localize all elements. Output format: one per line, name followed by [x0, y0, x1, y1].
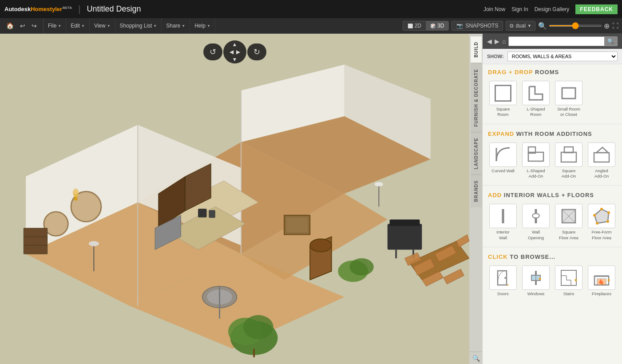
svg-rect-85: [561, 270, 576, 285]
snapshots-button[interactable]: 📷 SNAPSHOTS: [452, 21, 503, 31]
menubar-right: ⬜ 2D 🎲 3D 📷 SNAPSHOTS ⧉ dual ▼ 🔍 ⊕ ⛶: [403, 18, 622, 33]
svg-point-77: [504, 277, 506, 279]
autodesk-logo: AutodeskHomestylerBETA: [4, 6, 72, 12]
windows-tile[interactable]: Windows: [521, 265, 551, 297]
main-area: ↺ ▲ ◀ ▶ ▼ ↻: [0, 34, 622, 364]
help-menu[interactable]: Help ▼: [190, 18, 215, 33]
wall-opening-label: WallOpening: [528, 229, 544, 241]
undo-icon[interactable]: ↩: [17, 20, 28, 31]
show-label: SHOW:: [487, 54, 504, 59]
doors-label: Doors: [497, 291, 508, 297]
angled-addon-tile[interactable]: AngledAdd-On: [586, 142, 617, 179]
svg-point-46: [375, 182, 383, 186]
landscape-tab[interactable]: LANDSCAPE: [471, 132, 482, 174]
svg-rect-59: [561, 152, 576, 162]
l-shaped-addon-tile[interactable]: L-ShapedAdd-On: [521, 142, 551, 179]
svg-point-66: [532, 214, 539, 218]
nav-left-button[interactable]: ◀: [230, 49, 234, 55]
edit-menu[interactable]: Edit ▼: [66, 18, 90, 33]
svg-point-52: [310, 239, 331, 252]
share-menu[interactable]: Share ▼: [162, 18, 190, 33]
nav-right-button[interactable]: ▶: [236, 49, 240, 55]
design-title: Untitled Design: [87, 4, 141, 14]
panel-forward-button[interactable]: ▶: [495, 38, 499, 45]
brands-tab[interactable]: BRANDS: [471, 174, 482, 207]
drag-drop-header: DRAG + DROP ROOMS: [483, 64, 622, 78]
rotate-right-control: ↻: [247, 44, 266, 60]
l-shaped-addon-label: L-ShapedAdd-On: [527, 168, 545, 179]
zoom-in-button[interactable]: ⊕: [604, 22, 610, 30]
panel-back-button[interactable]: ◀: [487, 38, 492, 45]
l-shaped-room-label: L-ShapedRoom: [527, 107, 545, 118]
feedback-button[interactable]: FEEDBACK: [575, 4, 618, 14]
search-tab-icon[interactable]: 🔍: [470, 352, 482, 364]
interior-wall-tile[interactable]: InteriorWall: [488, 204, 518, 241]
svg-rect-55: [562, 88, 575, 99]
expand-header: EXPAND WITH ROOM ADDITIONS: [483, 126, 622, 140]
right-side-panel: BUILD FURNISH & DECORATE LANDSCAPE BRAND…: [469, 34, 622, 364]
svg-point-74: [596, 222, 598, 225]
zoom-out-button[interactable]: 🔍: [538, 22, 547, 30]
view-menu[interactable]: View ▼: [90, 18, 115, 33]
small-room-icon: [555, 81, 582, 105]
freeform-floor-tile[interactable]: Free-FormFloor Area: [586, 204, 617, 241]
menubar: 🏠 ↩ ↪ File ▼ Edit ▼ View ▼ Shopping List…: [0, 18, 622, 34]
divider-3: [483, 247, 622, 247]
nav-up-button[interactable]: ▲: [232, 41, 238, 48]
rotate-left-button[interactable]: ↺: [210, 47, 216, 57]
fireplaces-tile[interactable]: Fireplaces: [586, 265, 617, 297]
redo-icon[interactable]: ↪: [29, 20, 40, 31]
design-gallery-link[interactable]: Design Gallery: [535, 6, 570, 12]
curved-wall-tile[interactable]: Curved Wall: [488, 142, 518, 179]
square-room-icon: [489, 81, 517, 105]
furnish-tab[interactable]: FURNISH & DECORATE: [471, 63, 482, 132]
join-now-link[interactable]: Join Now: [483, 6, 505, 12]
small-room-label: Small Roomor Closet: [557, 107, 580, 118]
navigation-controls: ↺ ▲ ◀ ▶ ▼ ↻: [203, 40, 266, 63]
view-3d-button[interactable]: 🎲 3D: [426, 21, 448, 30]
svg-point-50: [349, 258, 373, 276]
file-menu[interactable]: File ▼: [44, 18, 66, 33]
click-browse-header: CLICK TO BROWSE...: [483, 249, 622, 263]
interior-wall-icon: [489, 204, 517, 228]
square-room-tile[interactable]: SquareRoom: [488, 81, 518, 118]
svg-marker-62: [596, 147, 608, 153]
file-icon-group: 🏠 ↩ ↪: [0, 18, 44, 33]
doors-tile[interactable]: Doors: [488, 265, 518, 297]
click-browse-grid: Doors Windows: [483, 263, 622, 301]
curved-wall-icon: [489, 142, 517, 167]
svg-point-75: [593, 214, 596, 217]
panel-search-input[interactable]: [509, 37, 604, 46]
panel-home-button[interactable]: ⌂: [502, 38, 506, 45]
windows-label: Windows: [527, 291, 545, 297]
small-room-tile[interactable]: Small Roomor Closet: [554, 81, 584, 118]
stairs-tile[interactable]: Stairs: [554, 265, 584, 297]
doors-icon: [489, 265, 517, 290]
show-select[interactable]: ROOMS, WALLS & AREAS FURNITURE ALL: [507, 51, 618, 61]
floor-plan-canvas[interactable]: [0, 34, 469, 364]
svg-rect-61: [594, 153, 609, 162]
panel-content: ◀ ▶ ⌂ 🔍 SHOW: ROOMS, WALLS & AREAS FURNI…: [483, 34, 622, 364]
l-shaped-room-tile[interactable]: L-ShapedRoom: [521, 81, 551, 118]
rotate-right-button[interactable]: ↻: [254, 47, 260, 57]
panel-header: ◀ ▶ ⌂ 🔍: [483, 34, 622, 49]
dual-button[interactable]: ⧉ dual ▼: [506, 21, 535, 31]
curved-wall-label: Curved Wall: [491, 168, 514, 174]
square-floor-icon: [555, 204, 582, 228]
nav-down-button[interactable]: ▼: [232, 56, 238, 63]
square-addon-tile[interactable]: SquareAdd-On: [554, 142, 584, 179]
svg-rect-15: [24, 228, 47, 254]
canvas-area[interactable]: ↺ ▲ ◀ ▶ ▼ ↻: [0, 34, 469, 364]
wall-opening-tile[interactable]: WallOpening: [521, 204, 551, 241]
view-2d-button[interactable]: ⬜ 2D: [403, 21, 426, 30]
sign-in-link[interactable]: Sign In: [511, 6, 528, 12]
build-tab[interactable]: BUILD: [471, 36, 482, 63]
svg-point-73: [606, 220, 609, 223]
shopping-list-menu[interactable]: Shopping List ▼: [115, 18, 162, 33]
new-file-icon[interactable]: 🏠: [4, 20, 16, 31]
fullscreen-button[interactable]: ⛶: [612, 22, 618, 29]
svg-point-79: [507, 284, 509, 285]
square-floor-tile[interactable]: SquareFloor Area: [554, 204, 584, 241]
zoom-slider[interactable]: [549, 25, 602, 27]
panel-search-button[interactable]: 🔍: [604, 37, 617, 46]
